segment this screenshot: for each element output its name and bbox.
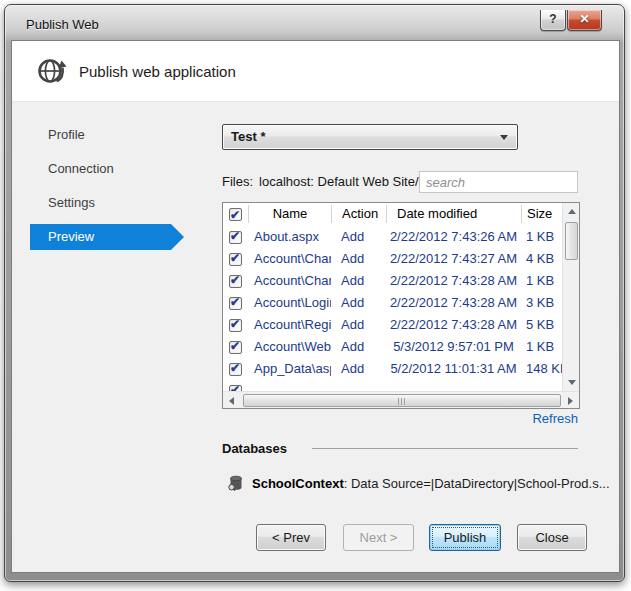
horizontal-scrollbar[interactable] (223, 391, 579, 408)
cell-size: 5 KB (521, 317, 562, 332)
cell-name: Account\Web (248, 339, 331, 354)
row-checkbox[interactable] (229, 363, 242, 376)
scroll-up-icon[interactable] (568, 209, 576, 214)
cell-action: Add (331, 339, 386, 354)
sidebar-item-label: Settings (48, 195, 95, 210)
database-name: SchoolContext (252, 476, 344, 491)
row-checkbox[interactable] (229, 341, 242, 354)
file-grid: Name Action Date modified Size About.asp… (222, 202, 580, 409)
column-header-size[interactable]: Size (521, 205, 562, 223)
row-checkbox[interactable] (229, 297, 242, 310)
cell-size: 148 KB (521, 361, 562, 376)
cell-date: 5/3/2012 9:57:01 PM (386, 339, 521, 354)
cell-date: 5/2/2012 11:01:31 AM (386, 361, 521, 376)
cell-size: 1 KB (521, 339, 562, 354)
window-title: Publish Web (26, 17, 99, 32)
table-row[interactable]: App_Data\aspAdd5/2/2012 11:01:31 AM148 K… (223, 357, 562, 379)
cell-name: Account\Char (248, 273, 331, 288)
cell-check (223, 228, 248, 243)
cell-action: Add (331, 251, 386, 266)
selected-arrow-icon (171, 224, 184, 250)
vertical-scrollbar[interactable] (562, 203, 579, 391)
table-row-partial (223, 379, 562, 391)
databases-divider (312, 448, 578, 449)
table-row[interactable]: Account\CharAdd2/22/2012 7:43:28 AM1 KB (223, 269, 562, 291)
row-checkbox[interactable] (229, 253, 242, 266)
cell-name: About.aspx (248, 229, 331, 244)
select-all-checkbox[interactable] (229, 208, 242, 221)
scroll-right-icon[interactable] (568, 397, 573, 405)
cell-action: Add (331, 295, 386, 310)
cell-size: 1 KB (521, 273, 562, 288)
globe-icon (36, 55, 68, 87)
database-icon (227, 474, 245, 492)
column-header-action[interactable]: Action (331, 205, 386, 223)
publish-button[interactable]: Publish (429, 524, 501, 551)
cell-action: Add (331, 361, 386, 376)
cell-date: 2/22/2012 7:43:27 AM (386, 251, 521, 266)
cell-check (223, 294, 248, 309)
table-row[interactable]: Account\LoginAdd2/22/2012 7:43:28 AM3 KB (223, 291, 562, 313)
cell-check (223, 338, 248, 353)
files-label: Files: (222, 174, 253, 189)
cell-date: 2/22/2012 7:43:28 AM (386, 295, 521, 310)
row-checkbox[interactable] (229, 319, 242, 332)
sidebar-item-profile[interactable]: Profile (30, 122, 171, 148)
close-button[interactable]: Close (517, 524, 587, 551)
database-item: SchoolContext: Data Source=|DataDirector… (227, 474, 610, 492)
cell-action: Add (331, 273, 386, 288)
table-row[interactable]: Account\WebAdd5/3/2012 9:57:01 PM1 KB (223, 335, 562, 357)
thumb-grip (398, 398, 407, 405)
sidebar-item-settings[interactable]: Settings (30, 190, 171, 216)
scroll-down-icon[interactable] (568, 380, 576, 385)
cell-check (223, 316, 248, 331)
column-header-date[interactable]: Date modified (386, 205, 521, 223)
sidebar-item-connection[interactable]: Connection (30, 156, 171, 182)
cell-action: Add (331, 317, 386, 332)
sidebar: Profile Connection Settings Preview (30, 122, 171, 258)
database-connection-text: SchoolContext: Data Source=|DataDirector… (252, 474, 610, 491)
table-row[interactable]: Account\RegisAdd2/22/2012 7:43:28 AM5 KB (223, 313, 562, 335)
prev-button[interactable]: < Prev (256, 524, 326, 551)
row-checkbox[interactable] (229, 275, 242, 288)
profile-dropdown[interactable]: Test * (222, 124, 518, 150)
page-title: Publish web application (79, 63, 236, 80)
cell-name: App_Data\asp (248, 361, 331, 376)
window-close-button[interactable]: ✕ (567, 10, 602, 31)
database-connection: : Data Source=|DataDirectory|School-Prod… (344, 476, 610, 491)
horizontal-scroll-thumb[interactable] (243, 394, 561, 407)
cell-date: 2/22/2012 7:43:28 AM (386, 273, 521, 288)
cell-action: Add (331, 229, 386, 244)
files-location: localhost: Default Web Site/Co... (259, 174, 446, 189)
databases-heading: Databases (222, 441, 287, 456)
cell-check (223, 250, 248, 265)
next-button: Next > (343, 524, 414, 551)
publish-web-dialog: Publish Web ? ✕ Publish web application … (0, 0, 631, 591)
sidebar-item-label: Connection (48, 161, 114, 176)
file-grid-header: Name Action Date modified Size (223, 203, 562, 225)
files-line: Files:localhost: Default Web Site/Co... (222, 174, 446, 189)
refresh-link[interactable]: Refresh (532, 411, 578, 426)
scroll-left-icon[interactable] (229, 397, 234, 405)
chevron-down-icon (500, 135, 508, 140)
sidebar-item-preview[interactable]: Preview (30, 224, 171, 250)
cell-check (223, 272, 248, 287)
sidebar-item-label: Profile (48, 127, 85, 142)
header-check-cell (223, 205, 248, 223)
cell-date: 2/22/2012 7:43:26 AM (386, 229, 521, 244)
cell-name: Account\Login (248, 295, 331, 310)
row-checkbox[interactable] (229, 231, 242, 244)
column-header-name[interactable]: Name (248, 205, 331, 223)
cell-size: 1 KB (521, 229, 562, 244)
table-row[interactable]: About.aspxAdd2/22/2012 7:43:26 AM1 KB (223, 225, 562, 247)
search-input[interactable] (419, 171, 578, 193)
table-row[interactable]: Account\CharAdd2/22/2012 7:43:27 AM4 KB (223, 247, 562, 269)
sidebar-item-label: Preview (48, 229, 94, 244)
help-button[interactable]: ? (540, 10, 566, 31)
cell-size: 3 KB (521, 295, 562, 310)
cell-size: 4 KB (521, 251, 562, 266)
vertical-scroll-thumb[interactable] (565, 222, 578, 260)
cell-date: 2/22/2012 7:43:28 AM (386, 317, 521, 332)
profile-dropdown-value: Test * (231, 129, 265, 144)
cell-name: Account\Char (248, 251, 331, 266)
